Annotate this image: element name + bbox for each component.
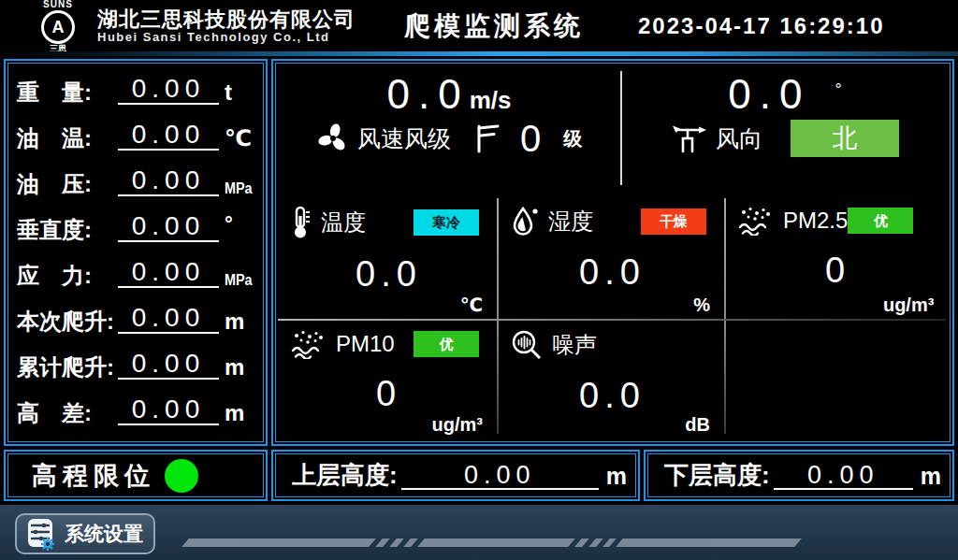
wind-speed-label: 风速风级 (357, 123, 451, 154)
weight-label: 重 量: (17, 78, 116, 108)
current-climb-unit: m (225, 309, 256, 337)
company-logo: SUNS A 三思 (24, 0, 92, 53)
wind-speed-block: 0.0 m/s 风速风级 (278, 65, 620, 196)
pm25-unit: ug/m³ (883, 294, 934, 316)
monitoring-screen: SUNS A 三思 湖北三思科技股份有限公司 Hubei Sansi Techn… (0, 0, 958, 560)
system-settings-label: 系统设置 (65, 521, 143, 547)
oil-pressure-unit: MPa (225, 180, 254, 199)
footer-decorative-stripes (181, 538, 802, 547)
verticality-value: 0.00 (132, 211, 206, 240)
upper-height-unit: m (606, 463, 627, 494)
sliders-gear-icon (27, 516, 57, 552)
wind-direction-button[interactable]: 北 (791, 120, 899, 157)
total-climb-label: 累计爬升: (17, 352, 116, 382)
noise-label: 噪声 (552, 330, 597, 360)
humidity-unit: % (693, 294, 710, 316)
fan-icon (316, 122, 350, 155)
verticality-label: 垂直度: (17, 215, 116, 245)
humidity-label: 湿度 (548, 207, 593, 237)
footer-bar: 系统设置 (0, 505, 958, 560)
empty-cell (725, 320, 949, 439)
upper-height-label: 上层高度: (292, 459, 398, 494)
pm10-unit: ug/m³ (432, 414, 483, 436)
current-climb-value: 0.00 (132, 303, 206, 332)
stress-value: 0.00 (132, 257, 206, 286)
environment-panel: 0.0 m/s 风速风级 (271, 59, 954, 446)
wind-level-value: 0 (520, 120, 541, 157)
company-name-block: 湖北三思科技股份有限公司 Hubei Sansi Technology Co.,… (97, 7, 356, 45)
verticality-row: 垂直度: 0.00 ° (17, 212, 256, 244)
oil-temp-value: 0.00 (132, 120, 206, 149)
wind-level-icon (475, 123, 500, 153)
noise-magnifier-icon (511, 329, 543, 361)
temperature-cell: 温度 寒冷 0.0 ℃ (278, 196, 498, 320)
noise-unit: dB (685, 414, 710, 436)
oil-temp-unit: ℃ (225, 125, 256, 153)
total-climb-value: 0.00 (132, 349, 206, 378)
wind-direction-block: 0.0 ° 风向 北 (622, 65, 948, 196)
wind-direction-value: 0.0 (728, 73, 810, 116)
lower-height-panel: 下层高度: 0.00 m (644, 450, 954, 501)
total-climb-row: 累计爬升: 0.00 m (17, 350, 256, 381)
logo-circle-icon: A (41, 10, 75, 44)
lower-height-unit: m (921, 463, 941, 494)
sensor-grid: 温度 寒冷 0.0 ℃ 湿度 干燥 (278, 196, 948, 439)
oil-temp-label: 油 温: (17, 123, 116, 153)
elevation-limit-panel: 高程限位 (4, 450, 268, 501)
wind-direction-label: 风向 (716, 123, 762, 154)
verticality-unit: ° (225, 212, 256, 238)
stress-unit: MPa (225, 272, 254, 291)
humidity-status-badge: 干燥 (641, 208, 706, 235)
wind-speed-unit: m/s (470, 86, 512, 115)
weight-unit: t (225, 79, 256, 108)
pm10-label: PM10 (336, 331, 395, 357)
dust-particles-icon (291, 329, 327, 359)
datetime-display: 2023-04-17 16:29:10 (638, 13, 885, 39)
humidity-value: 0.0 (511, 252, 714, 293)
wind-level-unit: 级 (563, 126, 582, 151)
pm10-value: 0 (291, 374, 486, 414)
logo-letter: A (52, 19, 65, 36)
pm25-value: 0 (738, 251, 937, 291)
header: SUNS A 三思 湖北三思科技股份有限公司 Hubei Sansi Techn… (0, 0, 958, 52)
oil-pressure-label: 油 压: (17, 169, 116, 199)
current-climb-row: 本次爬升: 0.00 m (17, 304, 256, 336)
company-name-en: Hubei Sansi Technology Co., Ltd (97, 31, 356, 45)
dust-particles-icon (738, 206, 774, 236)
upper-height-value: 0.00 (464, 461, 536, 489)
temperature-label: 温度 (321, 208, 366, 237)
elevation-limit-status-light (165, 459, 198, 493)
grid-divider-vertical-1 (497, 198, 499, 434)
oil-pressure-value: 0.00 (132, 165, 206, 194)
height-diff-label: 高 差: (17, 398, 116, 428)
grid-divider-vertical-2 (724, 198, 726, 434)
wind-speed-value: 0.0 (387, 73, 470, 116)
grid-divider-horizontal (278, 319, 946, 321)
lower-height-value: 0.00 (807, 461, 879, 489)
pm10-cell: PM10 优 0 ug/m³ (278, 320, 498, 439)
wind-vane-icon (671, 122, 708, 154)
elevation-limit-label: 高程限位 (32, 459, 155, 493)
water-drop-icon (511, 206, 539, 237)
noise-cell: 噪声 0.0 dB (498, 320, 725, 439)
height-diff-unit: m (225, 400, 256, 428)
wind-section: 0.0 m/s 风速风级 (278, 65, 948, 196)
logo-suns-text: SUNS (43, 0, 73, 9)
total-climb-unit: m (225, 354, 256, 382)
pm25-label: PM2.5 (783, 208, 848, 234)
stress-label: 应 力: (17, 261, 116, 291)
thermometer-icon (291, 206, 312, 239)
weight-value: 0.00 (132, 74, 206, 103)
oil-temp-row: 油 温: 0.00 ℃ (17, 121, 256, 152)
temperature-status-badge: 寒冷 (414, 209, 479, 236)
humidity-cell: 湿度 干燥 0.0 % (498, 196, 725, 320)
noise-value: 0.0 (511, 376, 714, 416)
system-settings-button[interactable]: 系统设置 (15, 513, 155, 554)
company-name-cn: 湖北三思科技股份有限公司 (97, 7, 356, 31)
measurements-panel: 重 量: 0.00 t 油 温: 0.00 ℃ 油 压: 0.00 MPa 垂直… (4, 59, 268, 446)
page-title: 爬模监测系统 (404, 8, 584, 44)
current-climb-label: 本次爬升: (17, 307, 116, 337)
height-diff-value: 0.00 (132, 395, 206, 424)
temperature-unit: ℃ (460, 294, 483, 316)
pm25-cell: PM2.5 优 0 ug/m³ (725, 196, 949, 320)
